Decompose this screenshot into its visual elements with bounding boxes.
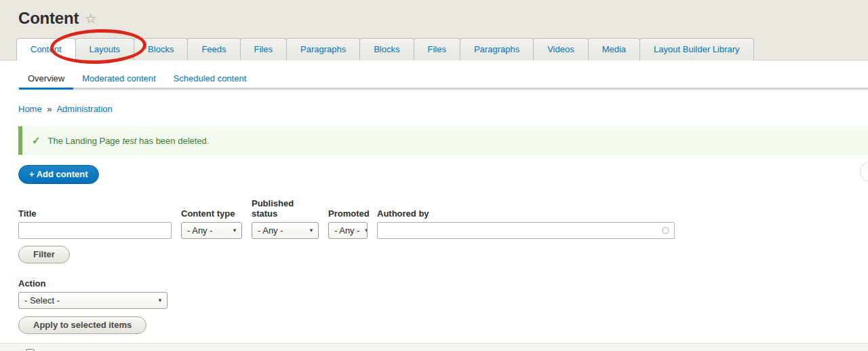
tab-blocks[interactable]: Blocks <box>134 38 188 60</box>
published-status-select[interactable]: - Any - ▼ <box>252 222 319 239</box>
checkmark-icon: ✓ <box>32 134 41 147</box>
primary-tabs: Content Layouts Blocks Feeds Files Parag… <box>17 38 754 60</box>
tab-files[interactable]: Files <box>240 38 287 60</box>
edge-floating-button[interactable] <box>860 162 868 182</box>
apply-to-selected-items-button[interactable]: Apply to selected items <box>18 316 146 334</box>
autocomplete-spinner-icon <box>662 227 669 234</box>
chevron-down-icon: ▼ <box>232 227 237 234</box>
content-table: TITLE CONTENT TYPE AUTHOR STATUS UPDATED… <box>0 343 868 351</box>
filter-button[interactable]: Filter <box>18 246 70 263</box>
breadcrumb-separator: » <box>47 104 52 114</box>
subtab-scheduled-content[interactable]: Scheduled content <box>165 69 256 90</box>
tab-layout-builder-library[interactable]: Layout Builder Library <box>639 38 753 60</box>
title-filter-input[interactable] <box>18 222 172 239</box>
page-title: Content <box>18 9 79 28</box>
filter-form: Title Content type - Any - ▼ Published s… <box>18 198 868 239</box>
tab-videos[interactable]: Videos <box>533 38 589 60</box>
tab-files-2[interactable]: Files <box>414 38 460 60</box>
subtab-overview[interactable]: Overview <box>19 69 73 90</box>
action-label: Action <box>18 278 868 289</box>
star-icon[interactable]: ☆ <box>85 11 96 26</box>
authored-by-filter-label: Authored by <box>377 208 675 219</box>
chevron-down-icon: ▼ <box>364 227 368 234</box>
tab-blocks-2[interactable]: Blocks <box>359 38 414 60</box>
tab-layouts[interactable]: Layouts <box>75 38 135 60</box>
content-type-filter-label: Content type <box>181 208 242 219</box>
page-header: Content ☆ Content Layouts Blocks Feeds F… <box>0 0 868 60</box>
published-status-filter-label: Published status <box>252 198 319 219</box>
chevron-down-icon: ▼ <box>309 227 314 234</box>
content-type-select[interactable]: - Any - ▼ <box>181 222 242 239</box>
breadcrumb-home-link[interactable]: Home <box>18 104 42 114</box>
chevron-down-icon: ▼ <box>157 297 163 303</box>
action-select[interactable]: - Select - ▼ <box>18 292 167 309</box>
table-header-row: TITLE CONTENT TYPE AUTHOR STATUS UPDATED… <box>0 343 868 351</box>
subtab-moderated-content[interactable]: Moderated content <box>73 69 164 90</box>
tab-media[interactable]: Media <box>588 38 640 60</box>
breadcrumb: Home » Administration <box>18 104 868 114</box>
tab-content[interactable]: Content <box>16 38 76 60</box>
add-content-button[interactable]: + Add content <box>18 165 99 184</box>
tab-feeds[interactable]: Feeds <box>187 38 240 60</box>
status-message-text: The Landing Page test has been deleted. <box>48 136 210 146</box>
promoted-select[interactable]: - Any - ▼ <box>328 222 368 239</box>
authored-by-input[interactable] <box>377 222 675 239</box>
status-message: ✓ The Landing Page test has been deleted… <box>18 126 868 155</box>
tab-paragraphs[interactable]: Paragraphs <box>286 38 360 60</box>
content-admin-page: Content ☆ Content Layouts Blocks Feeds F… <box>0 0 868 351</box>
sort-updated-header-active[interactable]: UPDATED ▼ <box>605 344 701 351</box>
breadcrumb-administration-link[interactable]: Administration <box>56 104 112 114</box>
tab-paragraphs-2[interactable]: Paragraphs <box>460 38 534 60</box>
title-filter-label: Title <box>18 208 172 219</box>
secondary-tabs: Overview Moderated content Scheduled con… <box>19 69 868 90</box>
promoted-filter-label: Promoted <box>328 208 368 219</box>
